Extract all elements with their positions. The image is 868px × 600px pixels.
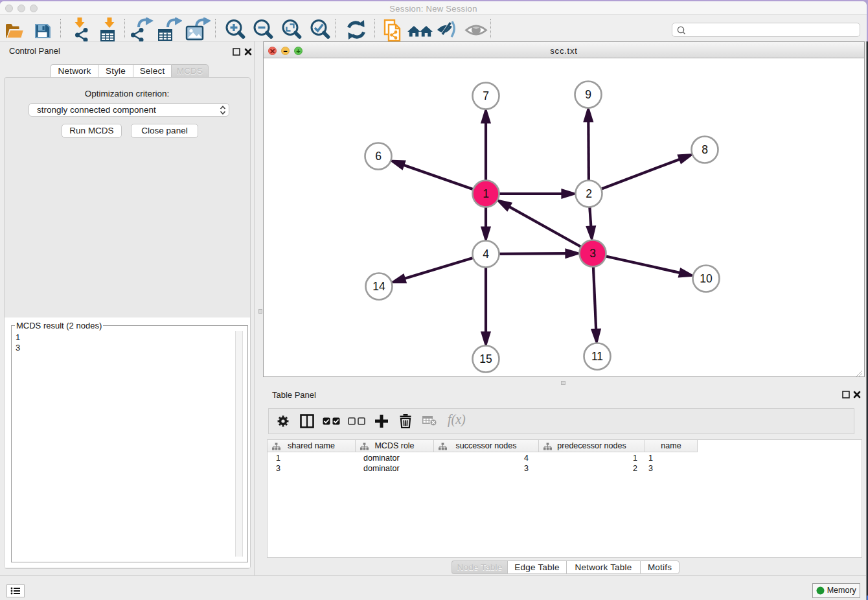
svg-text:3: 3 <box>589 247 596 260</box>
svg-text:1: 1 <box>483 187 489 200</box>
svg-text:4: 4 <box>483 248 489 260</box>
svg-text:11: 11 <box>591 350 603 363</box>
svg-text:2: 2 <box>586 187 592 200</box>
svg-text:8: 8 <box>702 143 708 156</box>
svg-text:15: 15 <box>479 352 492 365</box>
svg-text:14: 14 <box>372 280 385 293</box>
svg-text:6: 6 <box>375 150 382 163</box>
svg-text:9: 9 <box>585 88 591 101</box>
svg-text:7: 7 <box>483 89 489 102</box>
svg-text:10: 10 <box>700 272 713 285</box>
